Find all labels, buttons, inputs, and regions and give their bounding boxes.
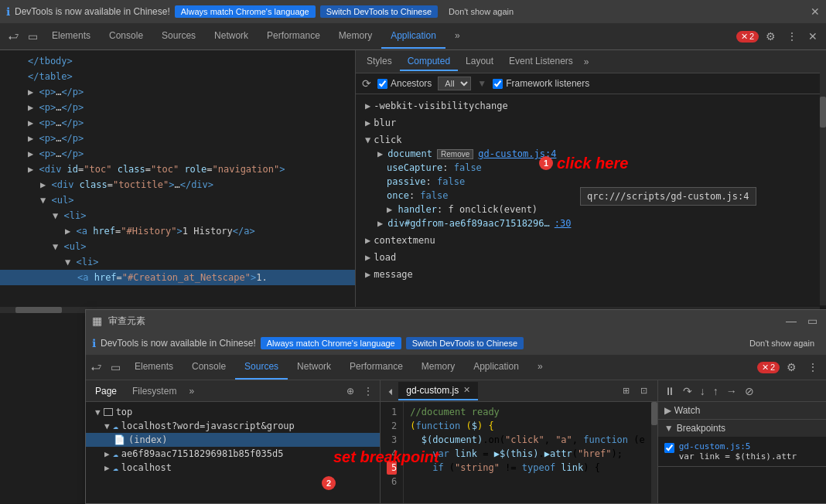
sidebar-sync-icon[interactable]: ⊕ bbox=[343, 384, 358, 398]
tooltip: qrc:///scripts/gd-custom.js:4 bbox=[580, 187, 756, 206]
settings-icon[interactable]: ⚙ bbox=[762, 29, 780, 44]
dom-line: </table> bbox=[0, 69, 355, 84]
code-tab-close-icon[interactable]: ✕ bbox=[463, 385, 470, 395]
switch-to-chinese-button[interactable]: Switch DevTools to Chinese bbox=[320, 5, 438, 18]
code-tab-gd-custom[interactable]: gd-custom.js ✕ bbox=[398, 382, 478, 400]
bottom-tab-performance[interactable]: Performance bbox=[340, 355, 412, 380]
event-group-blur-header[interactable]: ▶ blur bbox=[362, 116, 820, 130]
sidebar-tab-page[interactable]: Page bbox=[89, 383, 123, 400]
bottom-more-options-icon[interactable]: ⋮ bbox=[804, 359, 822, 375]
bottom-tab-sources[interactable]: Sources bbox=[235, 355, 288, 380]
event-group-contextmenu: ▶ contextmenu bbox=[356, 232, 826, 249]
panel-more-icon[interactable]: » bbox=[581, 53, 592, 70]
event-link-colon30[interactable]: :30 bbox=[555, 218, 572, 229]
more-options-icon[interactable]: ⋮ bbox=[783, 29, 801, 44]
tree-item-index[interactable]: 📄 (index) bbox=[86, 433, 380, 447]
bottom-error-badge: ✕2 bbox=[757, 362, 780, 373]
close-notification-button[interactable]: ✕ bbox=[811, 5, 820, 18]
event-listeners-toolbar: ⟳ Ancestors All ▼ Framework listeners bbox=[356, 73, 826, 94]
tab-network[interactable]: Network bbox=[205, 24, 258, 49]
bottom-match-language-button[interactable]: Always match Chrome's language bbox=[261, 337, 401, 349]
event-group-contextmenu-header[interactable]: ▶ contextmenu bbox=[362, 233, 820, 247]
tab-elements[interactable]: Elements bbox=[43, 24, 100, 49]
line-num-1: 1 bbox=[387, 405, 397, 419]
code-format-icon[interactable]: ⊞ bbox=[619, 384, 633, 397]
step-out-button[interactable]: ↑ bbox=[710, 383, 722, 399]
breakpoints-section: ▼ Breakpoints gd-custom.js:5 var link = … bbox=[658, 420, 826, 467]
tab-styles[interactable]: Styles bbox=[359, 53, 400, 71]
event-group-click: ▼ click ▶ document Remove gd-custom.js:4… bbox=[356, 131, 826, 232]
bottom-tab-memory[interactable]: Memory bbox=[412, 355, 464, 380]
dont-show-again-button-top[interactable]: Don't show again bbox=[442, 5, 520, 18]
tab-sources[interactable]: Sources bbox=[152, 24, 205, 49]
bottom-device-icon[interactable]: ▭ bbox=[106, 358, 125, 376]
line-num-5-breakpoint[interactable]: 5 bbox=[387, 461, 397, 475]
code-line-4: var link = ▶$(this).▶attr("href"); bbox=[410, 447, 645, 461]
top-notification-bar: ℹ DevTools is now available in Chinese! … bbox=[0, 0, 826, 23]
tree-item-top[interactable]: ▼ top bbox=[86, 405, 380, 419]
tree-item-localhost[interactable]: ▼ ☁ localhost?word=javascript&group bbox=[86, 419, 380, 433]
event-group-message-header[interactable]: ▶ message bbox=[362, 267, 820, 281]
restore-button[interactable]: ▭ bbox=[804, 315, 821, 327]
line-num-2: 2 bbox=[387, 419, 397, 433]
bottom-tab-elements[interactable]: Elements bbox=[125, 355, 183, 380]
event-link-gd-custom[interactable]: gd-custom.js:4 bbox=[478, 148, 556, 159]
bottom-tab-more[interactable]: » bbox=[528, 355, 552, 380]
event-group-load-header[interactable]: ▶ load bbox=[362, 250, 820, 264]
sidebar-more-icon[interactable]: » bbox=[186, 384, 197, 398]
bottom-tab-console[interactable]: Console bbox=[183, 355, 235, 380]
tree-item-localhost2[interactable]: ▶ ☁ localhost bbox=[86, 461, 380, 475]
event-name-blur: blur bbox=[374, 117, 396, 128]
tab-computed[interactable]: Computed bbox=[400, 53, 458, 71]
remove-button[interactable]: Remove bbox=[437, 149, 473, 159]
event-group-webkit-header[interactable]: ▶ -webkit-visibilitychange bbox=[362, 99, 820, 113]
framework-checkbox[interactable] bbox=[493, 79, 503, 89]
tab-event-listeners[interactable]: Event Listeners bbox=[501, 53, 581, 71]
step-into-button[interactable]: ↓ bbox=[697, 383, 708, 399]
tab-performance[interactable]: Performance bbox=[258, 24, 329, 49]
deactivate-breakpoints-button[interactable]: ⊘ bbox=[742, 383, 757, 399]
bottom-notification-bar: ℹ DevTools is now available in Chinese! … bbox=[86, 332, 826, 355]
pause-button[interactable]: ⏸ bbox=[661, 383, 678, 399]
match-language-button[interactable]: Always match Chrome's language bbox=[175, 5, 316, 18]
step-button[interactable]: → bbox=[723, 383, 740, 399]
tab-application[interactable]: Application bbox=[381, 24, 445, 49]
bottom-tab-network[interactable]: Network bbox=[288, 355, 340, 380]
tab-layout[interactable]: Layout bbox=[458, 53, 501, 71]
tab-memory[interactable]: Memory bbox=[329, 24, 381, 49]
bottom-switch-chinese-button[interactable]: Switch DevTools to Chinese bbox=[406, 337, 524, 349]
minimize-button[interactable]: — bbox=[783, 315, 800, 327]
breakpoint-checkbox[interactable] bbox=[664, 443, 674, 453]
tab-more[interactable]: » bbox=[445, 24, 469, 49]
code-tab-nav-left[interactable]: ⏴ bbox=[384, 385, 398, 397]
close-devtools-button[interactable]: ✕ bbox=[804, 29, 821, 44]
refresh-icon[interactable]: ⟳ bbox=[362, 77, 371, 90]
bottom-tab-application[interactable]: Application bbox=[464, 355, 528, 380]
tree-collapse-icon: ▼ bbox=[95, 407, 101, 417]
tab-console[interactable]: Console bbox=[100, 24, 152, 49]
code-scroll-icon[interactable]: ⊡ bbox=[637, 384, 651, 397]
framework-label: Framework listeners bbox=[506, 78, 589, 89]
code-line-2: (function ($) { bbox=[410, 419, 645, 433]
watch-section-header[interactable]: ▶ Watch bbox=[658, 402, 826, 419]
bottom-back-icon[interactable]: ⮐ bbox=[86, 358, 106, 376]
device-icon[interactable]: ▭ bbox=[23, 27, 43, 46]
event-detail-usecapture: useCapture: false bbox=[362, 161, 820, 175]
bottom-dont-show-button[interactable]: Don't show again bbox=[743, 337, 821, 349]
tree-item-ae6f[interactable]: ▶ ☁ ae6f89aac71518296981b85f035d5 bbox=[86, 447, 380, 461]
step-over-button[interactable]: ↷ bbox=[680, 383, 695, 399]
event-name-webkit: -webkit-visibilitychange bbox=[374, 100, 507, 111]
ancestors-select[interactable]: All bbox=[438, 77, 471, 90]
event-group-click-header[interactable]: ▼ click bbox=[362, 133, 820, 147]
tree-label-localhost2: localhost bbox=[121, 462, 172, 473]
bottom-settings-icon[interactable]: ⚙ bbox=[783, 359, 800, 375]
back-icon[interactable]: ⮐ bbox=[3, 27, 23, 46]
panel-tabs: Styles Computed Layout Event Listeners » bbox=[356, 50, 826, 73]
ancestors-checkbox[interactable] bbox=[377, 79, 387, 89]
breakpoint-code: var link = $(this).attr bbox=[679, 451, 797, 461]
event-source-div: div#gdfrom-ae6f89aac71518296… bbox=[387, 218, 550, 229]
sidebar-menu-icon[interactable]: ⋮ bbox=[360, 384, 377, 398]
breakpoints-section-header[interactable]: ▼ Breakpoints bbox=[658, 420, 826, 437]
sidebar-tab-filesystem[interactable]: Filesystem bbox=[126, 383, 183, 400]
dom-line: ▼ <li> bbox=[0, 254, 355, 270]
